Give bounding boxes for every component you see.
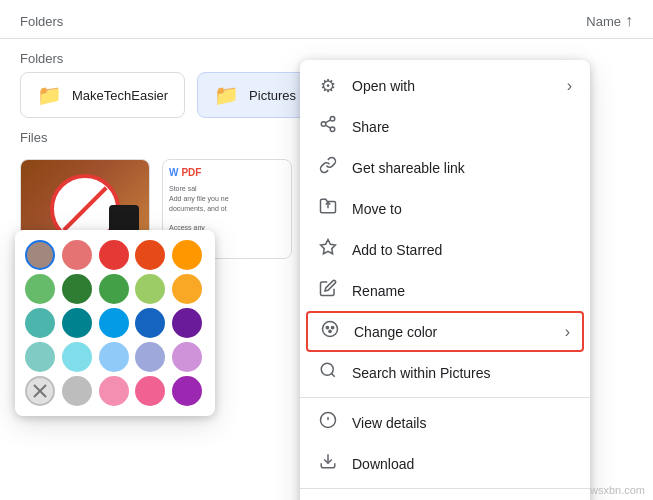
folder-icon-gray: 📁: [214, 83, 239, 107]
color-swatch-red-medium[interactable]: [62, 240, 92, 270]
menu-item-download[interactable]: Download: [300, 443, 590, 484]
share-icon: [318, 115, 338, 138]
open-with-icon: ⚙: [318, 75, 338, 97]
color-swatch-no-color[interactable]: [25, 376, 55, 406]
color-swatch-pink-light[interactable]: [99, 376, 129, 406]
menu-label-view-details: View details: [352, 415, 572, 431]
color-swatch-light-purple[interactable]: [172, 342, 202, 372]
color-swatch-purple[interactable]: [172, 376, 202, 406]
move-icon: [318, 197, 338, 220]
menu-item-search-within[interactable]: Search within Pictures: [300, 352, 590, 393]
svg-line-4: [325, 120, 330, 123]
color-swatch-lavender[interactable]: [135, 342, 165, 372]
svg-point-11: [321, 363, 333, 375]
color-picker-submenu: [15, 230, 215, 416]
color-swatch-dark-green[interactable]: [62, 274, 92, 304]
color-swatch-dark-blue[interactable]: [135, 308, 165, 338]
color-swatch-green[interactable]: [99, 274, 129, 304]
menu-item-remove[interactable]: Remove: [300, 493, 590, 500]
submenu-arrow-change-color: ›: [565, 323, 570, 341]
color-swatch-teal-light[interactable]: [25, 308, 55, 338]
context-menu: ⚙ Open with › Share Get shareable link M…: [300, 60, 590, 500]
color-swatch-gray[interactable]: [62, 376, 92, 406]
submenu-arrow-open-with: ›: [567, 77, 572, 95]
sort-label: Name: [586, 14, 621, 29]
folder-name-pictures: Pictures: [249, 88, 296, 103]
color-swatch-lime[interactable]: [135, 274, 165, 304]
sort-arrow-icon: ↑: [625, 12, 633, 30]
color-swatch-light-green[interactable]: [25, 274, 55, 304]
menu-label-add-starred: Add to Starred: [352, 242, 572, 258]
svg-line-12: [331, 373, 334, 376]
menu-item-move-to[interactable]: Move to: [300, 188, 590, 229]
menu-label-share: Share: [352, 119, 572, 135]
color-swatch-pink[interactable]: [135, 376, 165, 406]
palette-icon: [320, 320, 340, 343]
search-icon: [318, 361, 338, 384]
color-swatch-light-teal[interactable]: [25, 342, 55, 372]
color-swatch-light-cyan[interactable]: [62, 342, 92, 372]
color-swatch-orange[interactable]: [172, 240, 202, 270]
menu-label-change-color: Change color: [354, 324, 551, 340]
svg-line-3: [325, 125, 330, 128]
folder-item-maketecheasier[interactable]: 📁 MakeTechEasier: [20, 72, 185, 118]
svg-point-10: [329, 330, 331, 332]
svg-point-1: [321, 122, 326, 127]
svg-point-9: [332, 326, 334, 328]
menu-item-share[interactable]: Share: [300, 106, 590, 147]
menu-label-move-to: Move to: [352, 201, 572, 217]
menu-item-change-color[interactable]: Change color ›: [306, 311, 584, 352]
color-swatch-red[interactable]: [99, 240, 129, 270]
svg-point-0: [330, 117, 335, 122]
color-swatch-teal[interactable]: [62, 308, 92, 338]
color-grid: [25, 240, 205, 406]
folder-name-maketecheasier: MakeTechEasier: [72, 88, 168, 103]
menu-item-add-starred[interactable]: Add to Starred: [300, 229, 590, 270]
color-swatch-dark-purple[interactable]: [172, 308, 202, 338]
color-swatch-blue[interactable]: [99, 308, 129, 338]
folder-icon-purple: 📁: [37, 83, 62, 107]
svg-point-8: [326, 326, 328, 328]
link-icon: [318, 156, 338, 179]
menu-item-get-link[interactable]: Get shareable link: [300, 147, 590, 188]
folders-section-label: Folders: [20, 14, 63, 29]
menu-divider-2: [300, 488, 590, 489]
star-icon: [318, 238, 338, 261]
menu-label-open-with: Open with: [352, 78, 553, 94]
menu-item-open-with[interactable]: ⚙ Open with ›: [300, 66, 590, 106]
menu-item-view-details[interactable]: View details: [300, 402, 590, 443]
color-swatch-light-blue[interactable]: [99, 342, 129, 372]
color-swatch-deep-orange[interactable]: [135, 240, 165, 270]
watermark: wsxbn.com: [590, 484, 645, 496]
menu-label-rename: Rename: [352, 283, 572, 299]
svg-marker-6: [321, 240, 336, 254]
info-icon: [318, 411, 338, 434]
menu-divider-1: [300, 397, 590, 398]
color-swatch-dusty-rose[interactable]: [25, 240, 55, 270]
menu-item-rename[interactable]: Rename: [300, 270, 590, 311]
color-swatch-yellow[interactable]: [172, 274, 202, 304]
menu-label-get-link: Get shareable link: [352, 160, 572, 176]
svg-point-2: [330, 127, 335, 132]
download-icon: [318, 452, 338, 475]
header: Folders Name ↑: [0, 0, 653, 39]
sort-controls[interactable]: Name ↑: [586, 12, 633, 30]
menu-label-download: Download: [352, 456, 572, 472]
menu-label-search-within: Search within Pictures: [352, 365, 572, 381]
rename-icon: [318, 279, 338, 302]
svg-point-7: [323, 322, 338, 337]
